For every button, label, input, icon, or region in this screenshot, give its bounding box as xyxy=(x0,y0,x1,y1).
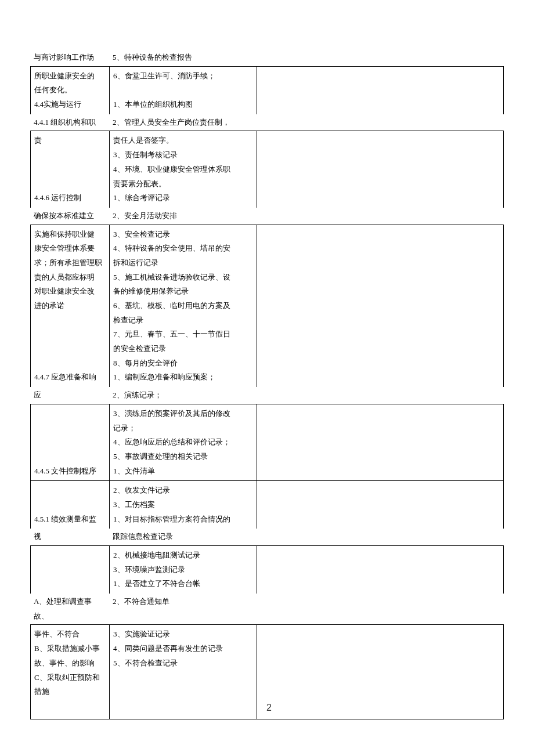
boxed-row: 2、机械接地电阻测试记录3、环境噪声监测记录1、是否建立了不符合台帐 xyxy=(30,545,504,594)
text-line xyxy=(261,498,500,512)
table-body: 所职业健康安全的任何变化。4.4实施与运行6、食堂卫生许可、消防手续； 1、本单… xyxy=(30,66,504,720)
boxed-row: 4.4.5 文件控制程序3、演练后的预案评价及其后的修改记录；4、应急响应后的总… xyxy=(30,404,504,480)
text-line: 责任人是否签字。 xyxy=(113,133,253,148)
cell-left: 实施和保持职业健康安全管理体系要求；所有承担管理职责的人员都应标明对职业健康安全… xyxy=(31,225,110,388)
text-line xyxy=(261,356,500,371)
text-line: 1、是否建立了不符合台帐 xyxy=(113,577,253,591)
cell-right xyxy=(257,225,503,388)
cell-mid: 3、演练后的预案评价及其后的修改记录；4、应急响应后的总结和评价记录；5、事故调… xyxy=(110,404,257,480)
text-line xyxy=(34,563,106,577)
text-line xyxy=(261,299,500,313)
text-line xyxy=(261,162,500,177)
boxed-row: 事件、不符合B、采取措施减小事故、事件、的影响C、采取纠正预防和措施 3、实施验… xyxy=(30,624,504,719)
text-line xyxy=(261,270,500,285)
cell-mid: 3、安全检查记录4、特种设备的安全使用、塔吊的安拆和运行记录5、施工机械设备进场… xyxy=(110,225,257,388)
header-row: 与商讨影响工作场 5、特种设备的检查报告 xyxy=(30,49,504,66)
text-line: 1、文件清单 xyxy=(113,464,253,479)
text-line xyxy=(261,464,500,479)
text-line xyxy=(113,699,253,714)
text-line: 康安全管理体系要 xyxy=(34,241,106,256)
cell-left: 事件、不符合B、采取措施减小事故、事件、的影响C、采取纠正预防和措施 xyxy=(31,625,110,719)
text-line: 5、事故调查处理的相关记录 xyxy=(113,450,253,464)
text-line: 进的承诺 xyxy=(34,299,106,313)
text-line xyxy=(261,627,500,642)
text-line: 3、责任制考核记录 xyxy=(113,148,253,162)
text-line: 3、安全检查记录 xyxy=(113,227,253,242)
text-line xyxy=(261,483,500,498)
text-line xyxy=(261,342,500,356)
cell-mid: 2、收发文件记录3、工伤档案1、对目标指标管理方案符合情况的 xyxy=(110,481,257,529)
cell-left: 4.5.1 绩效测量和监 xyxy=(31,481,110,529)
cell-left: A、处理和调查事故、 xyxy=(30,595,109,623)
text-line xyxy=(261,227,500,242)
text-line: 5、不符合检查记录 xyxy=(113,656,253,671)
text-line: C、采取纠正预防和 xyxy=(34,671,106,685)
text-line: 2、收发文件记录 xyxy=(113,483,253,498)
text-line: 4、同类问题是否再有发生的记录 xyxy=(113,642,253,656)
text-line: 措施 xyxy=(34,685,106,699)
text-line xyxy=(261,370,500,385)
text-line: 4.4.5 文件控制程序 xyxy=(34,464,106,479)
page-number: 2 xyxy=(261,699,500,717)
text-line xyxy=(261,450,500,464)
text-line: 8、每月的安全评价 xyxy=(113,356,253,371)
text-line xyxy=(34,327,106,342)
text-line xyxy=(261,177,500,191)
text-line xyxy=(34,148,106,162)
text-line xyxy=(34,162,106,177)
text-line xyxy=(261,83,500,97)
text-line xyxy=(261,284,500,299)
cell-mid: 2、安全月活动安排 xyxy=(109,209,257,223)
text-line xyxy=(261,313,500,328)
text-line xyxy=(261,407,500,421)
text-line: B、采取措施减小事 xyxy=(34,642,106,656)
text-line: 4.4.6 运行控制 xyxy=(34,191,106,205)
text-line xyxy=(34,450,106,464)
text-line xyxy=(261,97,500,112)
cell-right xyxy=(257,481,503,529)
text-line xyxy=(34,435,106,450)
text-line: 6、食堂卫生许可、消防手续； xyxy=(113,69,253,84)
cell-mid: 2、不符合通知单 xyxy=(109,595,257,609)
text-line xyxy=(261,421,500,436)
text-line xyxy=(34,577,106,591)
text-line xyxy=(34,407,106,421)
cell-left: 4.4.5 文件控制程序 xyxy=(31,404,110,480)
text-line xyxy=(261,563,500,577)
boxed-row: 所职业健康安全的任何变化。4.4实施与运行6、食堂卫生许可、消防手续； 1、本单… xyxy=(30,66,504,114)
text-line xyxy=(261,642,500,656)
boxed-row: 4.5.1 绩效测量和监2、收发文件记录3、工伤档案1、对目标指标管理方案符合情… xyxy=(30,480,504,529)
cell-left: 4.4.1 组织机构和职 xyxy=(30,115,109,130)
cell-mid: 6、食堂卫生许可、消防手续； 1、本单位的组织机构图 xyxy=(110,67,257,114)
cell-right: 2 xyxy=(257,625,503,719)
cell-mid: 责任人是否签字。3、责任制考核记录4、环境、职业健康安全管理体系职责要素分配表。… xyxy=(110,131,257,207)
boxed-row: 责 4.4.6 运行控制责任人是否签字。3、责任制考核记录4、环境、职业健康安全… xyxy=(30,131,504,207)
cell-left: 确保按本标准建立 xyxy=(30,209,109,223)
text-line: 故、事件、的影响 xyxy=(34,656,106,671)
text-line: 3、演练后的预案评价及其后的修改 xyxy=(113,407,253,421)
text-line xyxy=(113,671,253,685)
text-line: 1、综合考评记录 xyxy=(113,191,253,205)
boxed-row: 实施和保持职业健康安全管理体系要求；所有承担管理职责的人员都应标明对职业健康安全… xyxy=(30,225,504,388)
text-line xyxy=(34,177,106,191)
text-line: 责 xyxy=(34,133,106,148)
plain-row: 视跟踪信息检查记录 xyxy=(30,529,504,545)
cell-right xyxy=(257,67,503,114)
cell-right xyxy=(257,546,503,594)
header-left: 与商讨影响工作场 xyxy=(30,50,109,65)
text-line: 4、环境、职业健康安全管理体系职 xyxy=(113,162,253,177)
text-line xyxy=(34,548,106,563)
plain-row: 确保按本标准建立2、安全月活动安排 xyxy=(30,208,504,225)
text-line xyxy=(261,548,500,563)
text-line xyxy=(261,327,500,342)
text-line xyxy=(261,512,500,527)
document-page: 与商讨影响工作场 5、特种设备的检查报告 所职业健康安全的任何变化。4.4实施与… xyxy=(0,0,534,756)
text-line: 4、应急响应后的总结和评价记录； xyxy=(113,435,253,450)
text-line xyxy=(34,313,106,328)
text-line: 3、工伤档案 xyxy=(113,498,253,512)
text-line xyxy=(261,191,500,205)
plain-row: 4.4.1 组织机构和职2、管理人员安全生产岗位责任制， xyxy=(30,114,504,131)
text-line xyxy=(261,148,500,162)
text-line: 4.5.1 绩效测量和监 xyxy=(34,512,106,527)
text-line: 备的维修使用保养记录 xyxy=(113,284,253,299)
